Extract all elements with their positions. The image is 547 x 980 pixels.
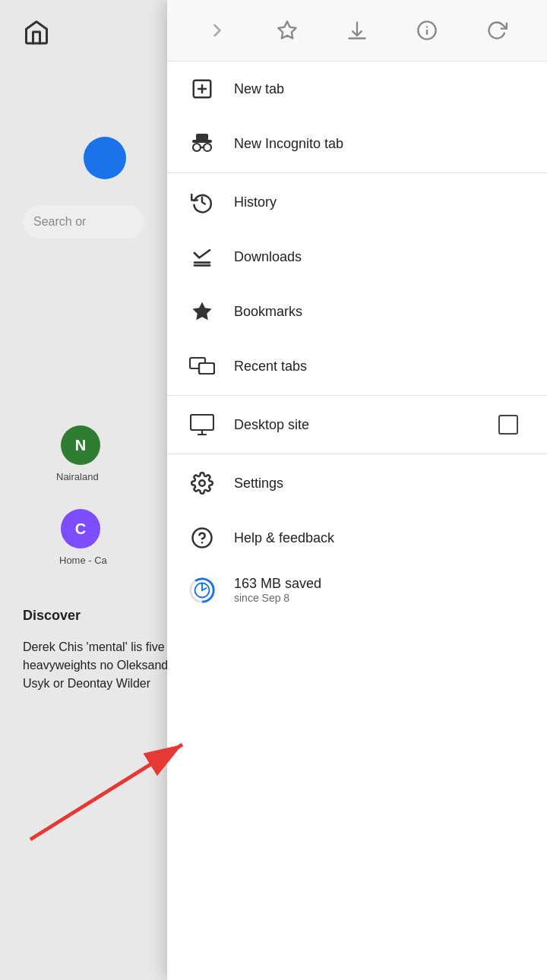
- data-saver-item[interactable]: 163 MB saved since Sep 8: [167, 565, 547, 615]
- svg-point-9: [193, 144, 201, 151]
- svg-marker-14: [193, 302, 212, 321]
- svg-rect-16: [199, 363, 214, 374]
- help-label: Help & feedback: [234, 530, 526, 546]
- menu-toolbar: [167, 0, 547, 62]
- data-saver-since: since Sep 8: [234, 592, 321, 604]
- discover-text: Derek Chis 'mental' lis five heavyweight…: [23, 638, 175, 693]
- menu-item-new-tab[interactable]: New tab: [167, 62, 547, 116]
- history-label: History: [234, 194, 526, 210]
- home-button[interactable]: [23, 18, 50, 49]
- divider-1: [167, 172, 547, 173]
- bookmarks-label: Bookmarks: [234, 304, 526, 320]
- nairaland-avatar[interactable]: N: [61, 425, 100, 465]
- divider-2: [167, 395, 547, 396]
- incognito-icon: [188, 130, 216, 157]
- nairaland-label: Nairaland: [56, 471, 99, 482]
- settings-icon: [188, 469, 216, 497]
- menu-item-desktop-site[interactable]: Desktop site: [167, 397, 547, 452]
- data-saver-icon: [188, 577, 216, 604]
- search-bar-text: Search or: [33, 215, 86, 229]
- avatar: [84, 137, 126, 179]
- downloads-icon: [188, 243, 216, 270]
- discover-label: Discover: [23, 608, 81, 624]
- forward-button[interactable]: [201, 14, 234, 47]
- bookmarks-icon: [188, 298, 216, 325]
- search-bar[interactable]: Search or: [23, 205, 144, 239]
- nairaland-initial: N: [75, 437, 86, 454]
- menu-item-recent-tabs[interactable]: Recent tabs: [167, 339, 547, 394]
- c-label: Home - Ca: [59, 555, 107, 566]
- info-button[interactable]: [410, 14, 444, 47]
- menu-item-incognito[interactable]: New Incognito tab: [167, 116, 547, 171]
- recent-tabs-icon: [188, 352, 216, 380]
- data-saver-text: 163 MB saved since Sep 8: [234, 576, 321, 604]
- svg-point-10: [204, 144, 211, 151]
- menu-item-bookmarks[interactable]: Bookmarks: [167, 284, 547, 339]
- downloads-label: Downloads: [234, 249, 526, 265]
- incognito-label: New Incognito tab: [234, 136, 526, 152]
- svg-point-21: [199, 480, 205, 486]
- history-icon: [188, 188, 216, 216]
- dropdown-menu: New tab New Incognito tab: [167, 0, 547, 980]
- menu-item-help[interactable]: Help & feedback: [167, 511, 547, 565]
- menu-item-history[interactable]: History: [167, 175, 547, 229]
- data-saver-amount: 163 MB saved: [234, 576, 321, 592]
- bookmark-button[interactable]: [270, 14, 304, 47]
- menu-item-downloads[interactable]: Downloads: [167, 229, 547, 284]
- desktop-site-label: Desktop site: [234, 417, 480, 433]
- divider-3: [167, 454, 547, 454]
- svg-marker-0: [278, 21, 296, 38]
- new-tab-icon: [188, 75, 216, 103]
- recent-tabs-label: Recent tabs: [234, 359, 526, 375]
- svg-rect-8: [196, 134, 208, 141]
- refresh-button[interactable]: [480, 14, 514, 47]
- help-icon: [188, 524, 216, 552]
- desktop-icon: [188, 411, 216, 438]
- download-page-button[interactable]: [340, 14, 374, 47]
- c-avatar[interactable]: C: [61, 509, 100, 548]
- desktop-checkbox-area: [498, 415, 526, 435]
- c-initial: C: [75, 520, 86, 538]
- menu-item-settings[interactable]: Settings: [167, 456, 547, 511]
- desktop-checkbox[interactable]: [498, 415, 518, 435]
- new-tab-label: New tab: [234, 81, 526, 97]
- svg-rect-18: [191, 415, 213, 430]
- settings-label: Settings: [234, 476, 526, 492]
